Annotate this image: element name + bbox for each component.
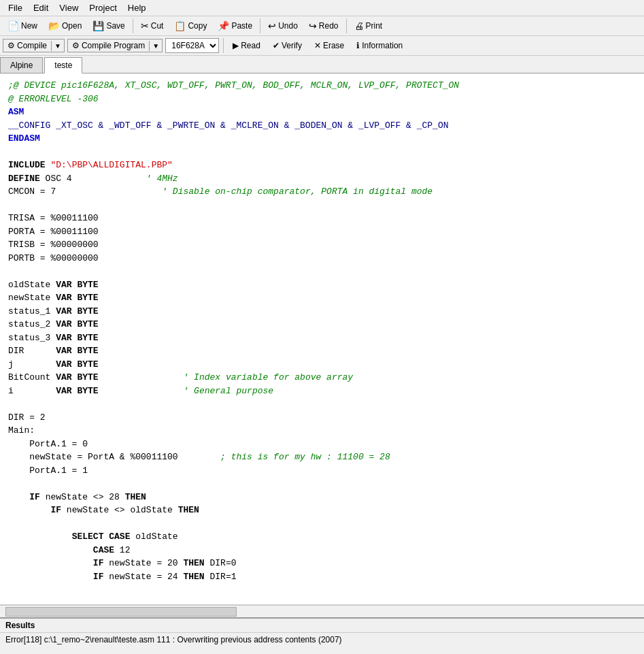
save-label: Save — [106, 21, 124, 31]
paste-icon: 📌 — [218, 20, 229, 31]
undo-icon: ↩ — [268, 20, 276, 31]
cut-label: Cut — [151, 21, 164, 31]
compile-program-main[interactable]: ⚙ Compile Program — [68, 39, 149, 52]
device-select[interactable]: 16F628A — [165, 38, 219, 53]
copy-button[interactable]: 📋 Copy — [169, 18, 211, 33]
open-button[interactable]: 📂 Open — [44, 18, 86, 33]
save-icon: 💾 — [92, 20, 104, 31]
statusbar-message: Error[118] c:\1_remo~2\renault\teste.asm… — [0, 633, 644, 647]
read-label: Read — [241, 41, 260, 50]
compile-label: Compile — [17, 41, 47, 50]
compile-program-label: Compile Program — [82, 41, 145, 50]
copy-icon: 📋 — [174, 20, 186, 31]
erase-icon: ✕ — [314, 41, 321, 50]
sep2 — [260, 18, 260, 33]
compile-arrow[interactable]: ▼ — [51, 41, 64, 51]
cut-icon: ✂ — [141, 20, 149, 31]
sep4 — [223, 38, 224, 53]
menu-edit[interactable]: Edit — [28, 1, 54, 14]
undo-label: Undo — [278, 21, 298, 31]
new-icon: 📄 — [7, 20, 19, 31]
compile-split-button[interactable]: ⚙ Compile ▼ — [3, 39, 65, 52]
menu-help[interactable]: Help — [122, 1, 152, 14]
copy-label: Copy — [188, 21, 207, 31]
editor[interactable]: ;@ DEVICE pic16F628A, XT_OSC, WDT_OFF, P… — [0, 73, 644, 589]
information-label: Information — [362, 41, 403, 50]
erase-button[interactable]: ✕ Erase — [309, 39, 349, 52]
erase-label: Erase — [323, 41, 344, 50]
print-button[interactable]: 🖨 Print — [350, 18, 388, 33]
information-icon: ℹ — [356, 41, 360, 50]
statusbar: Results Error[118] c:\1_remo~2\renault\t… — [0, 617, 644, 647]
tab-alpine[interactable]: Alpine — [0, 57, 43, 73]
hscroll[interactable] — [0, 605, 644, 617]
toolbar: 📄 New 📂 Open 💾 Save ✂ Cut 📋 Copy 📌 Paste… — [0, 16, 644, 36]
compile-toolbar: ⚙ Compile ▼ ⚙ Compile Program ▼ 16F628A … — [0, 36, 644, 56]
code-line-1: ;@ DEVICE pic16F628A, XT_OSC, WDT_OFF, P… — [8, 80, 459, 582]
compile-program-arrow[interactable]: ▼ — [149, 41, 162, 51]
statusbar-title: Results — [0, 619, 644, 633]
paste-button[interactable]: 📌 Paste — [213, 18, 257, 33]
menu-project[interactable]: Project — [84, 1, 122, 14]
print-icon: 🖨 — [354, 20, 364, 31]
hscroll-track[interactable] — [5, 607, 237, 617]
redo-icon: ↪ — [309, 20, 317, 31]
open-label: Open — [62, 21, 82, 31]
new-label: New — [21, 21, 37, 31]
new-button[interactable]: 📄 New — [3, 18, 42, 33]
compile-main[interactable]: ⚙ Compile — [3, 39, 51, 52]
redo-button[interactable]: ↪ Redo — [304, 18, 343, 33]
menu-view[interactable]: View — [54, 1, 84, 14]
verify-label: Verify — [282, 41, 302, 50]
redo-label: Redo — [319, 21, 339, 31]
open-icon: 📂 — [48, 20, 60, 31]
save-button[interactable]: 💾 Save — [88, 18, 129, 33]
menubar: File Edit View Project Help — [0, 0, 644, 16]
cut-button[interactable]: ✂ Cut — [136, 18, 169, 33]
compile-program-split-button[interactable]: ⚙ Compile Program ▼ — [67, 39, 163, 52]
undo-button[interactable]: ↩ Undo — [263, 18, 303, 33]
information-button[interactable]: ℹ Information — [352, 39, 407, 52]
read-icon: ▶ — [233, 41, 239, 50]
tabs: Alpine teste — [0, 56, 644, 73]
compile-program-icon: ⚙ — [72, 41, 80, 50]
editor-container[interactable]: ;@ DEVICE pic16F628A, XT_OSC, WDT_OFF, P… — [0, 73, 644, 605]
menu-file[interactable]: File — [3, 1, 28, 14]
compile-icon: ⚙ — [7, 41, 15, 50]
print-label: Print — [366, 21, 383, 31]
tab-teste[interactable]: teste — [44, 57, 82, 73]
paste-label: Paste — [231, 21, 252, 31]
verify-button[interactable]: ✔ Verify — [268, 39, 307, 52]
read-button[interactable]: ▶ Read — [228, 39, 265, 52]
sep3 — [346, 18, 347, 33]
sep1 — [133, 18, 133, 33]
verify-icon: ✔ — [273, 41, 279, 50]
